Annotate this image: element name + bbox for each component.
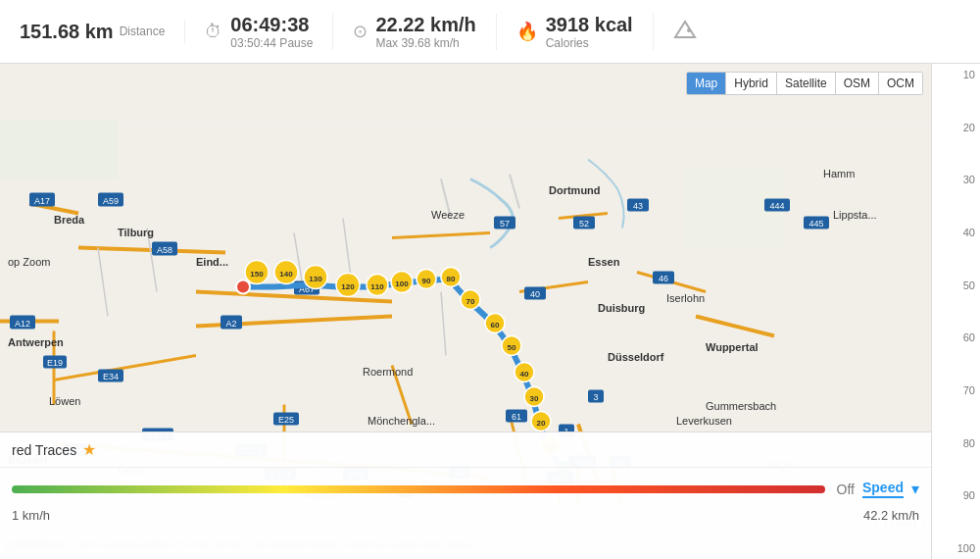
svg-text:Iserlohn: Iserlohn — [666, 292, 705, 304]
svg-text:A2: A2 — [225, 319, 236, 329]
speed-max: 42.2 km/h — [863, 508, 919, 523]
svg-text:30: 30 — [530, 394, 539, 403]
svg-text:Antwerpen: Antwerpen — [8, 336, 64, 348]
speed-label[interactable]: Speed — [862, 480, 904, 498]
svg-text:70: 70 — [466, 297, 475, 306]
svg-text:Wuppertal: Wuppertal — [706, 341, 759, 353]
chart-label-50: 50 — [937, 280, 975, 291]
speedometer-icon: ⊙ — [353, 21, 368, 42]
traces-row: red Traces ★ — [0, 432, 931, 468]
chart-label-20: 20 — [937, 122, 975, 133]
svg-text:Löwen: Löwen — [49, 395, 80, 407]
speed-chevron-icon[interactable]: ▾ — [911, 480, 919, 498]
speed-sublabel: Max 39.68 km/h — [375, 36, 475, 50]
svg-text:445: 445 — [808, 219, 823, 229]
svg-text:A59: A59 — [103, 196, 119, 206]
speed-value: 22.22 km/h — [375, 14, 475, 36]
svg-text:Hamm: Hamm — [823, 168, 855, 179]
calories-label: Calories — [546, 36, 633, 50]
distance-value: 151.68 km — [20, 21, 114, 43]
chart-label-70: 70 — [937, 384, 975, 396]
svg-text:Dortmund: Dortmund — [549, 184, 601, 196]
svg-text:Weeze: Weeze — [431, 209, 465, 221]
chart-label-60: 60 — [937, 331, 975, 343]
svg-text:61: 61 — [512, 412, 521, 422]
svg-text:130: 130 — [309, 275, 322, 283]
svg-point-1 — [687, 28, 691, 32]
svg-text:52: 52 — [579, 219, 589, 229]
svg-rect-3 — [0, 121, 118, 179]
svg-text:40: 40 — [530, 289, 540, 299]
elevation-stat — [654, 18, 724, 46]
svg-text:Tilburg: Tilburg — [118, 227, 154, 238]
svg-text:Gummersbach: Gummersbach — [706, 400, 776, 412]
svg-text:80: 80 — [447, 275, 456, 283]
svg-text:E34: E34 — [103, 372, 119, 381]
chart-label-40: 40 — [937, 227, 975, 238]
chart-label-90: 90 — [937, 489, 975, 501]
speed-min: 1 km/h — [12, 508, 50, 523]
svg-text:140: 140 — [279, 270, 293, 279]
stats-bar: 151.68 km Distance ⏱ 06:49:38 03:50:44 P… — [0, 0, 980, 64]
right-chart: 10 20 30 40 50 60 70 80 90 100 — [931, 64, 980, 559]
svg-text:43: 43 — [633, 201, 643, 211]
svg-text:444: 444 — [769, 201, 784, 211]
speed-range-row: 1 km/h 42.2 km/h — [0, 504, 931, 527]
map-btn-hybrid[interactable]: Hybrid — [726, 73, 777, 94]
speed-controls[interactable]: Off Speed ▾ — [837, 480, 919, 498]
speed-gradient — [12, 485, 825, 493]
svg-text:3: 3 — [593, 392, 598, 402]
traces-label: red Traces — [12, 442, 76, 458]
svg-marker-0 — [675, 22, 695, 37]
time-stat: ⏱ 06:49:38 03:50:44 Pause — [185, 14, 333, 50]
svg-text:57: 57 — [500, 219, 510, 229]
svg-text:Mönchengla...: Mönchengla... — [368, 415, 435, 427]
svg-point-118 — [239, 283, 247, 291]
map-container[interactable]: A17 A59 A58 A67 A2 A12 E19 — [0, 64, 931, 559]
calories-stat: 🔥 3918 kcal Calories — [497, 14, 654, 50]
calories-value: 3918 kcal — [546, 14, 633, 36]
svg-text:120: 120 — [341, 282, 355, 291]
chart-label-30: 30 — [937, 174, 975, 185]
map-btn-osm[interactable]: OSM — [836, 73, 879, 94]
svg-text:Düsseldorf: Düsseldorf — [608, 351, 664, 363]
svg-text:A17: A17 — [34, 196, 50, 206]
svg-text:A58: A58 — [157, 245, 172, 255]
svg-text:Roermond: Roermond — [363, 366, 413, 378]
svg-text:Essen: Essen — [588, 256, 620, 268]
speed-stat: ⊙ 22.22 km/h Max 39.68 km/h — [333, 14, 496, 50]
chart-label-100: 100 — [937, 542, 975, 554]
svg-text:150: 150 — [250, 270, 264, 279]
svg-text:40: 40 — [520, 370, 529, 379]
speed-off-button[interactable]: Off — [837, 482, 855, 497]
svg-text:46: 46 — [659, 274, 668, 283]
svg-text:Breda: Breda — [54, 214, 85, 226]
svg-text:110: 110 — [370, 282, 384, 291]
distance-stat: 151.68 km Distance — [10, 21, 185, 43]
svg-text:Leverkusen: Leverkusen — [676, 415, 732, 427]
svg-text:E19: E19 — [47, 358, 63, 368]
svg-text:op Zoom: op Zoom — [8, 256, 50, 268]
distance-label: Distance — [120, 25, 166, 38]
time-sublabel: 03:50:44 Pause — [230, 36, 313, 50]
svg-text:20: 20 — [537, 419, 546, 428]
clock-icon: ⏱ — [205, 22, 222, 42]
map-btn-satellite[interactable]: Satellite — [777, 73, 836, 94]
main-content: A17 A59 A58 A67 A2 A12 E19 — [0, 64, 980, 559]
time-value: 06:49:38 — [230, 14, 313, 36]
svg-text:100: 100 — [395, 280, 409, 288]
chart-label-10: 10 — [937, 69, 975, 80]
svg-text:Duisburg: Duisburg — [598, 302, 645, 314]
svg-text:A12: A12 — [15, 319, 30, 329]
bottom-panel: red Traces ★ Off Speed ▾ 1 km/h 42.2 km/… — [0, 432, 931, 559]
map-btn-ocm[interactable]: OCM — [879, 73, 922, 94]
star-icon: ★ — [82, 440, 96, 459]
flame-icon: 🔥 — [516, 21, 538, 42]
svg-text:Lippsta...: Lippsta... — [833, 209, 877, 221]
chart-label-80: 80 — [937, 437, 975, 449]
svg-text:50: 50 — [508, 343, 516, 352]
mountain-icon — [673, 18, 697, 46]
svg-text:E25: E25 — [278, 415, 294, 425]
map-controls[interactable]: Map Hybrid Satellite OSM OCM — [686, 72, 923, 95]
map-btn-map[interactable]: Map — [687, 73, 726, 94]
